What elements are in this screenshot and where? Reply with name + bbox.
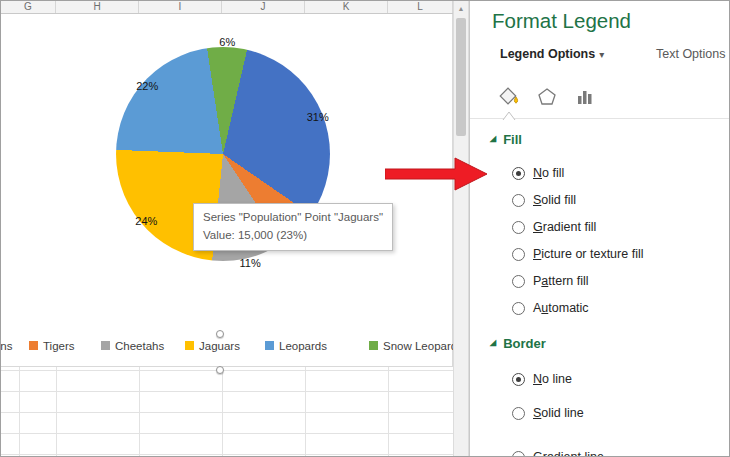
legend-item[interactable]: Cheetahs — [101, 337, 164, 354]
legend-swatch — [265, 341, 274, 350]
fill-and-line-tab[interactable] — [494, 83, 524, 111]
radio-button[interactable] — [512, 248, 525, 261]
format-legend-pane: Format Legend Legend Options ▾ Text Opti… — [469, 1, 730, 457]
paint-bucket-icon — [496, 84, 522, 110]
radio-button[interactable] — [512, 167, 525, 180]
scrollbar-thumb[interactable] — [456, 18, 466, 136]
tooltip-line1: Series "Population" Point "Jaguars" — [203, 209, 383, 227]
fill-section-header[interactable]: ◢ Fill — [490, 131, 522, 147]
radio-gradient-line[interactable]: Gradient line — [512, 449, 604, 457]
radio-label: Pattern fill — [533, 274, 589, 288]
radio-button[interactable] — [512, 194, 525, 207]
legend-item[interactable]: Leopards — [265, 337, 327, 354]
radio-label: Solid fill — [533, 193, 576, 207]
pentagon-icon — [534, 84, 560, 110]
legend-item[interactable]: Tigers — [29, 337, 75, 354]
legend-label: Snow Leopards — [383, 340, 453, 352]
legend-swatch — [101, 341, 110, 350]
column-header-row: G H I J K L — [1, 1, 453, 14]
pie-data-label: 6% — [219, 36, 235, 48]
column-header[interactable]: G — [1, 1, 56, 13]
radio-button[interactable] — [512, 275, 525, 288]
radio-label: Gradient fill — [533, 220, 596, 234]
collapse-triangle-icon: ◢ — [490, 338, 496, 347]
legend-item[interactable]: Lions — [1, 337, 13, 354]
excel-window: G H I J K L 31%6%11%24%22%6% Lions Tiger… — [0, 0, 730, 457]
legend-options-label: Legend Options — [500, 47, 595, 61]
radio-solid-fill[interactable]: Solid fill — [512, 192, 576, 208]
legend-item[interactable]: Jaguars — [185, 337, 240, 354]
legend-swatch — [29, 341, 38, 350]
radio-label: No fill — [533, 166, 564, 180]
legend-item[interactable]: Snow Leopards — [369, 337, 453, 354]
legend-label: Lions — [1, 340, 13, 352]
size-properties-tab[interactable] — [570, 83, 600, 111]
bar-chart-icon — [572, 84, 598, 110]
tooltip-line2: Value: 15,000 (23%) — [203, 227, 383, 245]
active-tab-caret — [502, 111, 516, 120]
panel-title: Format Legend — [492, 9, 631, 33]
legend-label: Cheetahs — [115, 340, 164, 352]
radio-button[interactable] — [512, 221, 525, 234]
radio-automatic[interactable]: Automatic — [512, 300, 589, 316]
collapse-triangle-icon: ◢ — [490, 134, 496, 143]
column-header[interactable]: J — [222, 1, 305, 13]
text-options-tab[interactable]: Text Options — [656, 47, 725, 61]
radio-button[interactable] — [512, 451, 525, 457]
radio-no-fill[interactable]: No fill — [512, 165, 564, 181]
effects-tab[interactable] — [532, 83, 562, 111]
border-section-title: Border — [503, 336, 546, 351]
radio-label: Automatic — [533, 301, 589, 315]
legend-label: Leopards — [279, 340, 327, 352]
red-arrow-icon — [385, 155, 489, 193]
radio-label: Gradient line — [533, 450, 604, 457]
selection-handle-bottom[interactable] — [216, 366, 224, 374]
selection-handle-top[interactable] — [216, 330, 224, 338]
scroll-up-icon[interactable]: ▲ — [454, 1, 468, 16]
radio-label: Picture or texture fill — [533, 247, 643, 261]
column-header[interactable]: H — [56, 1, 139, 13]
radio-button[interactable] — [512, 373, 525, 386]
radio-gradient-fill[interactable]: Gradient fill — [512, 219, 596, 235]
fill-section-title: Fill — [503, 132, 522, 147]
radio-pattern-fill[interactable]: Pattern fill — [512, 273, 589, 289]
legend-label: Jaguars — [199, 340, 240, 352]
chart-tooltip: Series "Population" Point "Jaguars" Valu… — [193, 203, 393, 251]
radio-button[interactable] — [512, 407, 525, 420]
border-section-header[interactable]: ◢ Border — [490, 335, 546, 351]
legend-label: Tigers — [43, 340, 75, 352]
column-header[interactable]: I — [139, 1, 222, 13]
column-header[interactable]: L — [388, 1, 453, 13]
legend-swatch — [369, 341, 378, 350]
chart-legend: Lions Tigers Cheetahs Jaguars Leopards S… — [1, 337, 453, 354]
legend-options-dropdown[interactable]: Legend Options ▾ — [500, 47, 604, 61]
radio-button[interactable] — [512, 302, 525, 315]
column-header[interactable]: K — [305, 1, 388, 13]
vertical-scrollbar[interactable]: ▲ — [453, 1, 469, 457]
radio-picture-or-texture-fill[interactable]: Picture or texture fill — [512, 246, 643, 262]
radio-solid-line[interactable]: Solid line — [512, 405, 584, 421]
radio-label: Solid line — [533, 406, 584, 420]
radio-no-line[interactable]: No line — [512, 371, 572, 387]
legend-swatch — [185, 341, 194, 350]
radio-label: No line — [533, 372, 572, 386]
worksheet-grid[interactable] — [1, 367, 453, 457]
chevron-down-icon: ▾ — [599, 49, 604, 60]
